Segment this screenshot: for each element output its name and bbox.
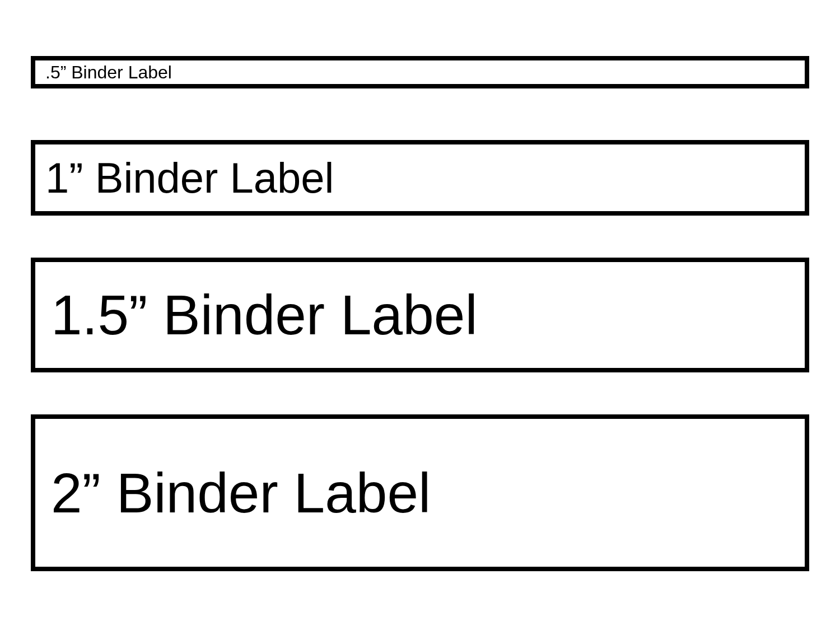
binder-label-text: 2” Binder Label: [51, 461, 431, 525]
binder-label-one-inch: 1” Binder Label: [31, 140, 809, 216]
binder-label-one-half-inch: 1.5” Binder Label: [31, 258, 809, 372]
binder-label-two-inch: 2” Binder Label: [31, 414, 809, 571]
binder-label-text: 1” Binder Label: [45, 153, 334, 202]
binder-label-half-inch: .5” Binder Label: [31, 56, 809, 88]
binder-label-text: 1.5” Binder Label: [51, 283, 478, 347]
binder-labels-container: .5” Binder Label 1” Binder Label 1.5” Bi…: [31, 56, 809, 571]
binder-label-text: .5” Binder Label: [45, 62, 172, 83]
